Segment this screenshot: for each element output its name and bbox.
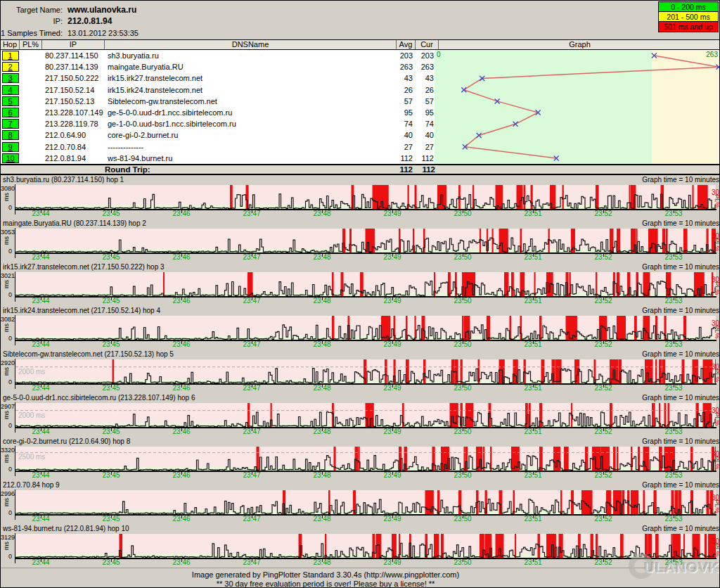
route-latency-plot	[435, 50, 720, 164]
time-label: 23:45	[97, 384, 125, 392]
ms-axis-label: ms	[3, 193, 10, 201]
x-axis-origin-tick	[15, 341, 15, 345]
hop-number[interactable]: 1	[2, 51, 19, 60]
time-label: 23:48	[308, 297, 336, 305]
avg-cell: 40	[393, 129, 413, 141]
time-label: 23:47	[238, 253, 266, 261]
threshold-label: 2000 ms	[18, 411, 45, 419]
column-header-avg[interactable]: Avg	[397, 40, 416, 49]
time-label: 23:45	[97, 515, 125, 523]
time-label: 23:51	[519, 253, 547, 261]
target-name-value: www.ulanovka.ru	[68, 5, 136, 15]
ms-axis-label: ms	[3, 236, 10, 245]
avg-cell: 112	[393, 153, 413, 164]
samples-timed-label: 1 Samples Timed:	[1, 29, 63, 37]
avg-cell: 263	[393, 61, 413, 72]
time-label: 23:49	[378, 253, 406, 261]
time-label: 23:51	[519, 515, 547, 523]
packet-loss-cell	[20, 153, 42, 164]
y-axis-zero-label: 0	[5, 248, 12, 255]
graph-time-label: Graph time = 10 minutes	[642, 481, 719, 489]
column-header-cur[interactable]: Cur	[416, 40, 439, 49]
time-label: 23:44	[27, 558, 55, 566]
packet-loss-cell	[20, 50, 42, 61]
cur-cell: 27	[414, 141, 434, 153]
time-label: 23:48	[308, 428, 336, 435]
hop-graph-section: irk15.irk24.transtelecom.net (217.150.52…	[1, 306, 720, 350]
time-label: 23:52	[589, 515, 617, 523]
x-axis-origin-tick	[15, 254, 15, 258]
time-label: 23:48	[308, 515, 336, 523]
time-label: 23:46	[167, 515, 195, 523]
dnsname-cell: irk15.irk27.transtelecom.net	[105, 72, 397, 84]
time-label: 23:49	[378, 558, 406, 566]
time-label: 23:46	[167, 210, 195, 217]
x-axis-origin-tick	[15, 472, 15, 476]
time-label: 23:48	[308, 210, 336, 217]
pl-axis-label: PL%	[713, 412, 720, 426]
graph-time-label: Graph time = 10 minutes	[642, 219, 719, 227]
hop-number[interactable]: 7	[2, 119, 19, 129]
time-label: 23:47	[238, 558, 266, 566]
packet-loss-cell	[20, 129, 42, 141]
ms-axis-label: ms	[3, 280, 10, 288]
ip-cell: 212.0.64.90	[42, 129, 105, 141]
y-axis-zero-label: 0	[5, 204, 12, 211]
time-label: 23:51	[519, 297, 547, 305]
time-label: 23:53	[660, 384, 688, 392]
hop-number[interactable]: 9	[2, 142, 19, 152]
x-axis-origin-tick	[15, 385, 15, 389]
ip-cell: 217.150.52.13	[42, 96, 105, 107]
time-label: 23:46	[167, 297, 195, 305]
hop-number[interactable]: 8	[2, 130, 19, 140]
round-trip-bar: Round Trip: 112 112	[1, 164, 720, 175]
y-axis-zero-label: 0	[5, 291, 12, 298]
y-axis-zero-label: 0	[5, 466, 12, 473]
route-axis-max: 263	[706, 51, 718, 58]
hop-number[interactable]: 4	[2, 85, 19, 95]
ms-axis-label: ms	[3, 411, 10, 419]
hop-graph-title: sh3.buryatia.ru (80.237.114.150) hop 1	[3, 176, 124, 184]
time-label: 23:52	[589, 340, 617, 348]
packet-loss-cell	[20, 61, 42, 72]
hop-number[interactable]: 3	[2, 73, 19, 83]
dnsname-cell: core-gi-0-2.burnet.ru	[105, 129, 397, 141]
time-label: 23:46	[167, 471, 195, 479]
time-label: 23:51	[519, 384, 547, 392]
time-label: 23:49	[378, 210, 406, 217]
pingplotter-window: Target Name:www.ulanovka.ru IP:212.0.81.…	[0, 0, 720, 588]
column-header-dnsname[interactable]: DNSName	[105, 40, 397, 49]
time-label: 23:53	[660, 428, 688, 435]
hop-number[interactable]: 10	[2, 153, 19, 163]
column-header-pl[interactable]: PL%	[20, 40, 42, 49]
time-label: 23:53	[660, 253, 688, 261]
hop-number[interactable]: 6	[2, 108, 19, 117]
hop-number[interactable]: 5	[2, 96, 19, 106]
cur-cell: 26	[414, 84, 434, 96]
y-axis-max-label: 2996	[1, 490, 14, 497]
time-label: 23:50	[449, 297, 477, 305]
dnsname-cell: ge-1-0-0.uud-bsr1.ncc.sibirtelecom.ru	[105, 118, 397, 129]
pl-axis-label: PL%	[713, 543, 720, 556]
ip-cell: 212.0.81.94	[42, 153, 105, 164]
hop-number[interactable]: 2	[2, 62, 19, 72]
hop-graph-title: 212.0.70.84 hop 9	[3, 481, 60, 489]
time-label: 23:52	[589, 210, 617, 217]
column-header-hop[interactable]: Hop	[1, 40, 20, 49]
hop-graph-title: irk15.irk24.transtelecom.net (217.150.52…	[3, 307, 160, 314]
column-header-graph[interactable]: Graph	[439, 40, 720, 49]
hop-graph-title: maingate.Buryatia.RU (80.237.114.139) ho…	[3, 219, 146, 227]
time-label: 23:44	[27, 515, 55, 523]
time-label: 23:48	[308, 558, 336, 566]
avg-cell: 74	[393, 118, 413, 129]
column-header-ip[interactable]: IP	[42, 40, 105, 49]
y-axis-zero-label: 0	[5, 378, 12, 385]
pl-axis-label: PL%	[713, 369, 720, 382]
route-graph-panel: 0 263	[435, 50, 720, 164]
hop-graph-section: ge-5-0-0.uud-dr1.ncc.sibirtelecom.ru (21…	[1, 393, 720, 437]
time-label: 23:51	[519, 428, 547, 435]
threshold-label: 2000 ms	[18, 368, 45, 376]
time-label: 23:53	[660, 515, 688, 523]
time-label: 23:53	[660, 297, 688, 305]
time-label: 23:50	[449, 471, 477, 479]
